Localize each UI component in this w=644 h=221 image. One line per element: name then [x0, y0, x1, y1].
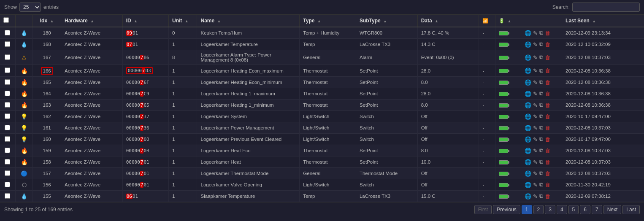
search-input[interactable]: [572, 3, 640, 12]
edit-icon[interactable]: ✎: [533, 67, 538, 74]
first-button[interactable]: First: [474, 205, 492, 214]
page-5-button[interactable]: 5: [568, 205, 579, 214]
th-subtype[interactable]: SubType ▲: [356, 15, 417, 27]
trash-icon[interactable]: 🗑: [545, 41, 550, 48]
edit-icon[interactable]: ✎: [533, 170, 538, 177]
th-signal[interactable]: 📶: [479, 15, 495, 27]
row-checkbox[interactable]: [5, 79, 10, 85]
entries-select[interactable]: 25 50 100: [19, 3, 41, 12]
globe-icon[interactable]: 🌐: [525, 170, 531, 177]
edit-icon[interactable]: ✎: [533, 125, 538, 131]
row-checkbox[interactable]: [5, 136, 10, 142]
globe-icon[interactable]: 🌐: [525, 79, 531, 86]
globe-icon[interactable]: 🌐: [525, 91, 531, 97]
edit-icon[interactable]: ✎: [533, 136, 538, 143]
page-2-button[interactable]: 2: [533, 205, 544, 214]
th-id[interactable]: ID ▲: [122, 15, 168, 27]
copy-icon[interactable]: ⧉: [539, 124, 543, 131]
trash-icon[interactable]: 🗑: [545, 67, 550, 74]
copy-icon[interactable]: ⧉: [539, 90, 543, 97]
copy-icon[interactable]: ⧉: [539, 147, 543, 154]
globe-icon[interactable]: 🌐: [525, 41, 531, 48]
th-name[interactable]: Name ▲: [197, 15, 300, 27]
edit-icon[interactable]: ✎: [533, 102, 538, 108]
trash-icon[interactable]: 🗑: [545, 91, 550, 97]
edit-icon[interactable]: ✎: [533, 113, 538, 120]
th-unit[interactable]: Unit ▲: [168, 15, 197, 27]
row-checkbox[interactable]: [5, 113, 10, 119]
edit-icon[interactable]: ✎: [533, 30, 538, 36]
th-hardware[interactable]: Hardware ▲: [61, 15, 122, 27]
edit-icon[interactable]: ✎: [533, 148, 538, 154]
row-checkbox[interactable]: [5, 125, 10, 130]
edit-icon[interactable]: ✎: [533, 54, 538, 61]
globe-icon[interactable]: 🌐: [525, 136, 531, 143]
globe-icon[interactable]: 🌐: [525, 193, 531, 199]
copy-icon[interactable]: ⧉: [539, 159, 543, 165]
next-button[interactable]: Next: [603, 205, 622, 214]
trash-icon[interactable]: 🗑: [545, 102, 550, 108]
trash-icon[interactable]: 🗑: [545, 79, 550, 86]
globe-icon[interactable]: 🌐: [525, 182, 531, 188]
row-checkbox[interactable]: [5, 148, 10, 153]
globe-icon[interactable]: 🌐: [525, 148, 531, 154]
globe-icon[interactable]: 🌐: [525, 67, 531, 74]
trash-icon[interactable]: 🗑: [545, 54, 550, 61]
edit-icon[interactable]: ✎: [533, 193, 538, 199]
trash-icon[interactable]: 🗑: [545, 182, 550, 188]
globe-icon[interactable]: 🌐: [525, 30, 531, 36]
th-type[interactable]: Type ▲: [300, 15, 356, 27]
edit-icon[interactable]: ✎: [533, 182, 538, 188]
copy-icon[interactable]: ⧉: [539, 54, 543, 61]
th-checkbox[interactable]: [0, 15, 15, 27]
globe-icon[interactable]: 🌐: [525, 159, 531, 165]
row-checkbox[interactable]: [5, 170, 10, 176]
trash-icon[interactable]: 🗑: [545, 113, 550, 120]
page-6-button[interactable]: 6: [580, 205, 590, 214]
row-checkbox[interactable]: [5, 67, 10, 73]
th-data[interactable]: Data ▲: [417, 15, 479, 27]
copy-icon[interactable]: ⧉: [539, 170, 543, 177]
edit-icon[interactable]: ✎: [533, 91, 538, 97]
trash-icon[interactable]: 🗑: [545, 125, 550, 131]
copy-icon[interactable]: ⧉: [539, 41, 543, 48]
trash-icon[interactable]: 🗑: [545, 159, 550, 165]
trash-icon[interactable]: 🗑: [545, 30, 550, 36]
page-4-button[interactable]: 4: [557, 205, 567, 214]
th-battery[interactable]: 🔋 ▲: [495, 15, 521, 27]
copy-icon[interactable]: ⧉: [539, 193, 543, 199]
edit-icon[interactable]: ✎: [533, 79, 538, 86]
globe-icon[interactable]: 🌐: [525, 113, 531, 120]
row-checkbox[interactable]: [5, 54, 10, 60]
edit-icon[interactable]: ✎: [533, 41, 538, 48]
copy-icon[interactable]: ⧉: [539, 30, 543, 36]
page-3-button[interactable]: 3: [545, 205, 555, 214]
copy-icon[interactable]: ⧉: [539, 181, 543, 188]
last-button[interactable]: Last: [622, 205, 640, 214]
row-checkbox[interactable]: [5, 102, 10, 108]
trash-icon[interactable]: 🗑: [545, 148, 550, 154]
row-checkbox[interactable]: [5, 159, 10, 164]
th-last-seen[interactable]: Last Seen ▲: [562, 15, 644, 27]
row-checkbox[interactable]: [5, 182, 10, 187]
globe-icon[interactable]: 🌐: [525, 102, 531, 108]
trash-icon[interactable]: 🗑: [545, 136, 550, 143]
globe-icon[interactable]: 🌐: [525, 125, 531, 131]
row-checkbox[interactable]: [5, 41, 10, 47]
copy-icon[interactable]: ⧉: [539, 79, 543, 86]
page-7-button[interactable]: 7: [592, 205, 602, 214]
select-all-checkbox[interactable]: [3, 17, 9, 23]
row-checkbox[interactable]: [5, 193, 10, 199]
edit-icon[interactable]: ✎: [533, 159, 538, 165]
previous-button[interactable]: Previous: [493, 205, 520, 214]
copy-icon[interactable]: ⧉: [539, 102, 543, 108]
trash-icon[interactable]: 🗑: [545, 170, 550, 177]
th-idx[interactable]: Idx ▲: [33, 15, 61, 27]
copy-icon[interactable]: ⧉: [539, 67, 543, 74]
globe-icon[interactable]: 🌐: [525, 54, 531, 61]
trash-icon[interactable]: 🗑: [545, 193, 550, 199]
copy-icon[interactable]: ⧉: [539, 136, 543, 143]
row-checkbox[interactable]: [5, 30, 10, 35]
row-checkbox[interactable]: [5, 91, 10, 96]
copy-icon[interactable]: ⧉: [539, 113, 543, 120]
